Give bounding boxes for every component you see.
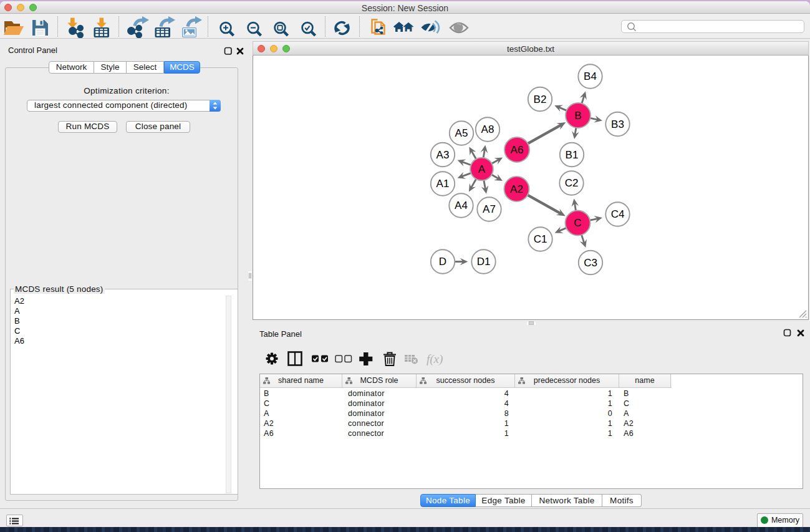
svg-text:A8: A8 bbox=[481, 123, 494, 135]
svg-text:B4: B4 bbox=[584, 70, 597, 82]
svg-text:B3: B3 bbox=[611, 118, 624, 130]
svg-text:A2: A2 bbox=[510, 183, 523, 195]
svg-text:C1: C1 bbox=[534, 233, 547, 245]
svg-text:A1: A1 bbox=[436, 178, 450, 190]
svg-text:A: A bbox=[478, 163, 486, 175]
svg-text:B: B bbox=[574, 110, 581, 122]
svg-text:D: D bbox=[439, 256, 446, 268]
svg-text:f(x): f(x) bbox=[427, 352, 443, 366]
svg-text:A4: A4 bbox=[455, 200, 468, 211]
svg-text:A5: A5 bbox=[455, 127, 468, 139]
svg-text:C: C bbox=[574, 217, 581, 229]
svg-text:B2: B2 bbox=[534, 94, 547, 105]
svg-text:A7: A7 bbox=[483, 203, 496, 215]
svg-text:A6: A6 bbox=[511, 144, 524, 156]
svg-text:C4: C4 bbox=[611, 208, 625, 220]
svg-text:A3: A3 bbox=[436, 149, 450, 161]
svg-text:C3: C3 bbox=[584, 257, 597, 269]
svg-text:D1: D1 bbox=[477, 256, 491, 268]
svg-text:B1: B1 bbox=[566, 149, 579, 161]
svg-text:C2: C2 bbox=[565, 177, 579, 189]
